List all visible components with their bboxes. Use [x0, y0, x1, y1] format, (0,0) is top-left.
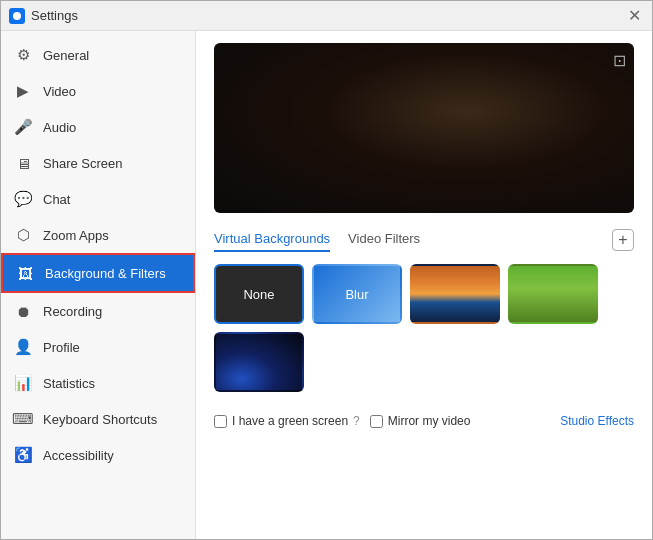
sidebar-item-recording[interactable]: ⏺ Recording	[1, 293, 195, 329]
help-icon[interactable]: ?	[353, 414, 360, 428]
backgrounds-grid: NoneBlur	[214, 264, 634, 392]
app-icon	[9, 8, 25, 24]
bg-item-blur[interactable]: Blur	[312, 264, 402, 324]
sidebar-label-zoom-apps: Zoom Apps	[43, 228, 109, 243]
add-background-button[interactable]: +	[612, 229, 634, 251]
sidebar-label-video: Video	[43, 84, 76, 99]
green-screen-checkbox-group: I have a green screen ?	[214, 414, 360, 428]
share-screen-icon: 🖥	[13, 153, 33, 173]
close-button[interactable]: ✕	[624, 6, 644, 26]
profile-icon: 👤	[13, 337, 33, 357]
zoom-apps-icon: ⬡	[13, 225, 33, 245]
sidebar-item-profile[interactable]: 👤 Profile	[1, 329, 195, 365]
sidebar-item-chat[interactable]: 💬 Chat	[1, 181, 195, 217]
recording-icon: ⏺	[13, 301, 33, 321]
video-icon: ▶	[13, 81, 33, 101]
bg-item-space[interactable]	[214, 332, 304, 392]
camera-preview: ⊡	[214, 43, 634, 213]
sidebar-item-video[interactable]: ▶ Video	[1, 73, 195, 109]
sidebar-label-accessibility: Accessibility	[43, 448, 114, 463]
accessibility-icon: ♿	[13, 445, 33, 465]
sidebar-label-share-screen: Share Screen	[43, 156, 123, 171]
sidebar-item-zoom-apps[interactable]: ⬡ Zoom Apps	[1, 217, 195, 253]
chat-icon: 💬	[13, 189, 33, 209]
sidebar-item-background-filters[interactable]: 🖼 Background & Filters	[1, 253, 195, 293]
sidebar-item-accessibility[interactable]: ♿ Accessibility	[1, 437, 195, 473]
keyboard-shortcuts-icon: ⌨	[13, 409, 33, 429]
sidebar-item-general[interactable]: ⚙ General	[1, 37, 195, 73]
sidebar-item-audio[interactable]: 🎤 Audio	[1, 109, 195, 145]
window-title: Settings	[31, 8, 624, 23]
footer-row: I have a green screen ? Mirror my video …	[214, 414, 634, 428]
mirror-video-checkbox[interactable]	[370, 415, 383, 428]
sidebar-item-keyboard-shortcuts[interactable]: ⌨ Keyboard Shortcuts	[1, 401, 195, 437]
sidebar-item-statistics[interactable]: 📊 Statistics	[1, 365, 195, 401]
sidebar-label-keyboard-shortcuts: Keyboard Shortcuts	[43, 412, 157, 427]
sidebar-label-profile: Profile	[43, 340, 80, 355]
settings-window: Settings ✕ ⚙ General ▶ Video 🎤 Audio 🖥 S…	[0, 0, 653, 540]
sidebar-label-statistics: Statistics	[43, 376, 95, 391]
audio-icon: 🎤	[13, 117, 33, 137]
svg-point-0	[13, 12, 21, 20]
sidebar: ⚙ General ▶ Video 🎤 Audio 🖥 Share Screen…	[1, 31, 196, 539]
preview-image	[214, 43, 634, 213]
titlebar: Settings ✕	[1, 1, 652, 31]
general-icon: ⚙	[13, 45, 33, 65]
bg-item-bridge[interactable]	[410, 264, 500, 324]
tabs-row: Virtual BackgroundsVideo Filters+	[214, 227, 634, 252]
sidebar-label-chat: Chat	[43, 192, 70, 207]
sidebar-label-general: General	[43, 48, 89, 63]
mirror-video-checkbox-group: Mirror my video	[370, 414, 471, 428]
sidebar-label-background-filters: Background & Filters	[45, 266, 166, 281]
sidebar-label-audio: Audio	[43, 120, 76, 135]
green-screen-checkbox[interactable]	[214, 415, 227, 428]
sidebar-label-recording: Recording	[43, 304, 102, 319]
bg-item-none[interactable]: None	[214, 264, 304, 324]
bg-item-grass[interactable]	[508, 264, 598, 324]
green-screen-label: I have a green screen	[232, 414, 348, 428]
tab-virtual-backgrounds[interactable]: Virtual Backgrounds	[214, 227, 330, 252]
statistics-icon: 📊	[13, 373, 33, 393]
background-filters-icon: 🖼	[15, 263, 35, 283]
sidebar-item-share-screen[interactable]: 🖥 Share Screen	[1, 145, 195, 181]
tab-video-filters[interactable]: Video Filters	[348, 227, 420, 252]
main-panel: ⊡ Virtual BackgroundsVideo Filters+ None…	[196, 31, 652, 539]
main-content: ⚙ General ▶ Video 🎤 Audio 🖥 Share Screen…	[1, 31, 652, 539]
studio-effects-link[interactable]: Studio Effects	[560, 414, 634, 428]
camera-icon: ⊡	[613, 51, 626, 70]
mirror-video-label: Mirror my video	[388, 414, 471, 428]
